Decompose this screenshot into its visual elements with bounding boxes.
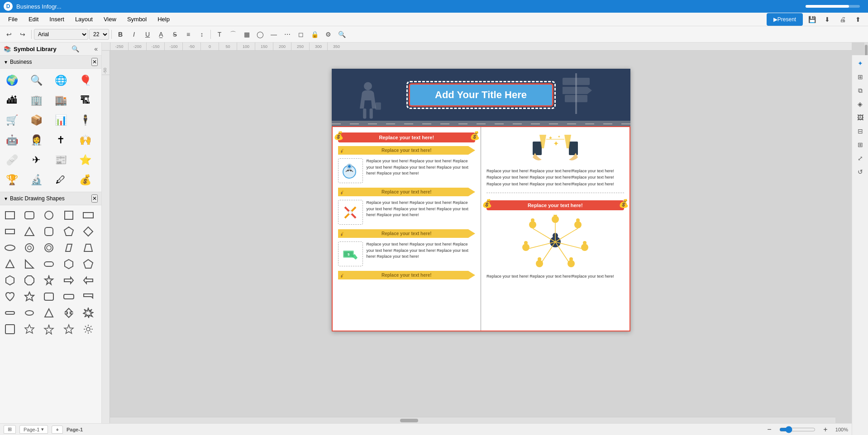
icon-nurse[interactable]: 👩‍⚕️ — [27, 131, 45, 149]
hscrollbar-thumb[interactable] — [400, 419, 418, 422]
menu-layout[interactable]: Layout — [71, 14, 97, 24]
section-header-business[interactable]: ▼ Business ✕ — [0, 56, 101, 69]
shape-burst[interactable] — [81, 306, 95, 320]
table-button[interactable]: ▦ — [240, 28, 253, 41]
shape-rect-rounded[interactable] — [22, 208, 37, 222]
icon-robot[interactable]: 🤖 — [3, 131, 21, 149]
font-color-button[interactable]: A̲ — [155, 28, 167, 41]
zoom-slider[interactable] — [779, 426, 816, 433]
icon-balloon[interactable]: 🎈 — [76, 71, 94, 90]
icon-microscope[interactable]: 🔬 — [27, 171, 45, 189]
page-add-tab[interactable]: + — [52, 426, 62, 434]
sidebar-collapse-button[interactable]: « — [94, 45, 98, 52]
text-button[interactable]: T — [213, 28, 226, 41]
shape-wide-rounded[interactable] — [62, 289, 76, 304]
menu-help[interactable]: Help — [153, 14, 174, 24]
icon-star[interactable]: ⭐ — [76, 151, 94, 169]
right-tool-table[interactable]: ⊞ — [854, 138, 867, 151]
menu-edit[interactable]: Edit — [24, 14, 43, 24]
lock-button[interactable]: 🔒 — [308, 28, 321, 41]
right-tool-history[interactable]: ↺ — [854, 165, 867, 178]
shape-trapezoid[interactable] — [81, 241, 95, 255]
icon-plane[interactable]: ✈ — [27, 151, 45, 169]
right-tool-3d[interactable]: ◈ — [854, 98, 867, 110]
shape-pentagon[interactable] — [62, 224, 76, 239]
shape-sun[interactable] — [81, 322, 95, 336]
shape-star[interactable] — [22, 289, 37, 304]
shape-heart[interactable] — [3, 289, 17, 304]
shape-banner[interactable] — [81, 289, 95, 304]
icon-chart[interactable]: 📊 — [52, 111, 70, 129]
download-icon[interactable]: ⬇ — [821, 13, 834, 26]
share-icon[interactable]: ⬆ — [852, 13, 864, 26]
icon-money[interactable]: 💰 — [76, 171, 94, 189]
icon-building2[interactable]: 🏬 — [52, 91, 70, 109]
icon-bandage[interactable]: 🩹 — [3, 151, 21, 169]
right-tool-image[interactable]: 🖼 — [854, 111, 867, 124]
align-center-button[interactable]: ≡ — [182, 28, 195, 41]
shape-wide-rect[interactable] — [81, 208, 95, 222]
section-close-business[interactable]: ✕ — [91, 58, 98, 66]
connector-button[interactable]: ⋯ — [281, 28, 294, 41]
settings-button[interactable]: ⚙ — [322, 28, 334, 41]
section-close-shapes[interactable]: ✕ — [91, 194, 98, 203]
icon-suit[interactable]: 🕴 — [76, 111, 94, 129]
menu-symbol[interactable]: Symbol — [123, 14, 151, 24]
shape-circle-rings[interactable] — [42, 241, 56, 255]
page-tab-chevron[interactable]: ▾ — [41, 426, 44, 432]
horizontal-scrollbar[interactable] — [110, 417, 835, 423]
icon-box[interactable]: 📦 — [27, 111, 45, 129]
page-tab-view[interactable]: ⊞ — [4, 425, 16, 434]
shape-rounded-sq[interactable] — [42, 224, 56, 239]
icon-building1[interactable]: 🏢 — [27, 91, 45, 109]
search-button[interactable]: 🔍 — [335, 28, 348, 41]
strikethrough-button[interactable]: S̶ — [168, 28, 181, 41]
save-icon[interactable]: 💾 — [806, 13, 818, 26]
menu-insert[interactable]: Insert — [45, 14, 69, 24]
redo-button[interactable]: ↪ — [16, 28, 29, 41]
shape-button[interactable]: ◯ — [254, 28, 267, 41]
shape-pill[interactable] — [3, 306, 17, 320]
shape-4star[interactable] — [42, 322, 56, 336]
icon-trophy[interactable]: 🏆 — [3, 171, 21, 189]
shape-hexagon2[interactable] — [3, 273, 17, 288]
shape-outline-star[interactable] — [22, 322, 37, 336]
shape-check[interactable] — [3, 322, 17, 336]
print-icon[interactable]: 🖨 — [836, 13, 849, 26]
bold-button[interactable]: B — [114, 28, 127, 41]
zoom-in-button[interactable]: + — [819, 423, 832, 435]
icon-hands[interactable]: 🙌 — [76, 131, 94, 149]
shape-hexagon[interactable] — [62, 257, 76, 271]
font-selector[interactable]: Arial — [34, 29, 88, 40]
slide-title[interactable]: Add Your Title Here — [409, 83, 553, 107]
menu-view[interactable]: View — [99, 14, 121, 24]
italic-button[interactable]: I — [128, 28, 140, 41]
icon-search[interactable]: 🔍 — [27, 71, 45, 90]
right-tool-layers[interactable]: ⧉ — [854, 84, 867, 97]
size-selector[interactable]: 22 — [89, 29, 109, 40]
shape-stadium[interactable] — [42, 257, 56, 271]
icon-construction[interactable]: 🏗 — [76, 91, 94, 109]
right-tool-group[interactable]: ⊟ — [854, 125, 867, 137]
right-tool-resize[interactable]: ⤢ — [854, 152, 867, 165]
sidebar-search-button[interactable]: 🔍 — [72, 45, 79, 52]
icon-newspaper[interactable]: 📰 — [52, 151, 70, 169]
line-button[interactable]: — — [267, 28, 280, 41]
sidebar-scroll[interactable]: ▼ Business ✕ 🌍 🔍 🌐 🎈 🏙 🏢 🏬 🏗 🛒 📦 📊 🕴 🤖 👩… — [0, 56, 101, 423]
line-height-button[interactable]: ↕ — [196, 28, 208, 41]
right-tool-pages[interactable]: ⊞ — [854, 71, 867, 83]
shape-square-outline[interactable] — [62, 208, 76, 222]
menu-file[interactable]: File — [4, 14, 22, 24]
curve-button[interactable]: ⌒ — [227, 28, 239, 41]
shape-7star[interactable] — [42, 273, 56, 288]
present-button[interactable]: ▶ Present — [767, 13, 803, 26]
shape-arrow-right[interactable] — [62, 273, 76, 288]
shape-arrow-left[interactable] — [81, 273, 95, 288]
shape-rounded-rect[interactable] — [42, 289, 56, 304]
canvas-page[interactable]: Add Your Title Here — [332, 69, 630, 331]
shape-arrow-dbl[interactable] — [62, 306, 76, 320]
icon-pen[interactable]: 🖊 — [52, 171, 70, 189]
shape-octagon[interactable] — [22, 273, 37, 288]
icon-city1[interactable]: 🏙 — [3, 91, 21, 109]
shape-rect-outline[interactable] — [3, 208, 17, 222]
